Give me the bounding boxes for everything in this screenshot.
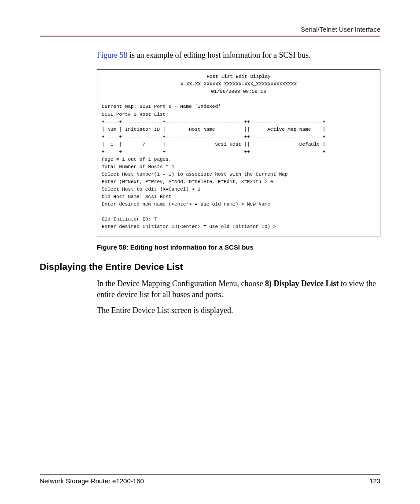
menu-choice-bold: 8) Display Device List [265,279,339,288]
console-line: +-----+--------------+------------------… [102,134,325,140]
console-timestamp: 01/06/2003 08:59:18 [102,88,376,96]
section-heading: Displaying the Entire Device List [40,261,380,272]
console-line: +-----+--------------+------------------… [102,119,325,125]
page-footer: Network Storage Router e1200-160 123 [40,474,380,485]
console-line: +-----+--------------+------------------… [102,149,325,155]
console-screenshot: Host List Edit DisplayX.XX.XX XXXXXX XXX… [97,69,380,236]
console-line: Enter (N=Next, P=Prev, A=Add, D=Delete, … [102,179,273,184]
console-line: Select Host Number(1 - 1) to associate h… [102,172,287,177]
body-column: Figure 58 is an example of editing host … [97,50,380,316]
console-version: X.XX.XX XXXXXX XXXXXX-XXX_XXXXXXXXXXXXXX [102,81,376,88]
para-text: In the Device Mapping Configuration Menu… [97,279,265,288]
intro-paragraph: Figure 58 is an example of editing host … [97,50,380,60]
header-rule [40,36,380,37]
console-line: Enter desired Initiator ID(<enter> = use… [102,224,276,229]
console-line: | Num | Initiator ID | Host Name || Acti… [102,127,325,132]
console-line: Select Host to edit |X=Cancel) > 1 [102,187,200,192]
console-line: | 1 | 7 | Scsi Host || Default | [102,142,325,147]
footer-row: Network Storage Router e1200-160 123 [40,477,380,485]
figure-caption: Figure 58: Editing host information for … [97,243,380,251]
page: Serial/Telnet User Interface Figure 58 i… [0,0,420,504]
console-line: Total Number of Hosts = 1 [102,164,174,169]
footer-doc-title: Network Storage Router e1200-160 [40,477,144,485]
console-title: Host List Edit Display [102,73,376,81]
console-line: Old Host Name: Scsi Host [102,194,171,199]
footer-rule [40,474,380,475]
console-line: Old Initiator ID: 7 [102,217,157,222]
intro-rest: is an example of editing host informatio… [128,51,311,59]
running-header: Serial/Telnet User Interface [40,26,380,33]
console-line: Page # 1 out of 1 pages. [102,157,171,162]
paragraph: The Entire Device List screen is display… [97,305,380,316]
console-line: Current Map: SCSI Port 0 - Name 'Indexed… [102,104,221,109]
footer-page-number: 123 [369,477,380,485]
console-line: Enter desired new name (<enter> = use ol… [102,202,270,207]
paragraph: In the Device Mapping Configuration Menu… [97,278,380,300]
figure-link[interactable]: Figure 58 [97,51,128,59]
console-line: SCSI Port# 0 Host List: [102,112,169,117]
